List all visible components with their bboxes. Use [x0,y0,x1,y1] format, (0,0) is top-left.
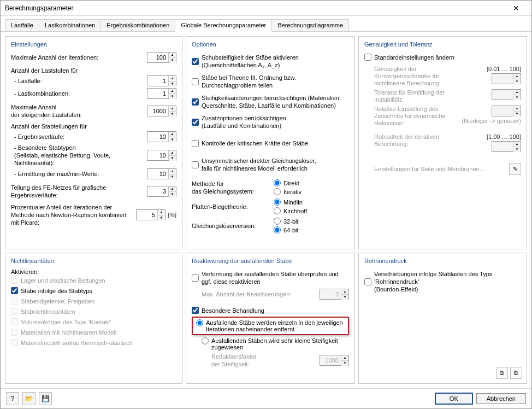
panel-title-tolerance: Genauigkeit und Toleranz [364,41,521,48]
save-icon: 💾 [42,395,50,402]
help-button[interactable]: ? [6,392,19,405]
label-maxmin: Ermittlung der max/min-Werte: [11,171,147,177]
panel-title-einstellungen: Einstellungen [11,41,176,48]
window-title: Berechnungsparameter [5,4,73,12]
tab-berechnungsdiagramme[interactable]: Berechnungsdiagramme [271,19,349,31]
copy-params-button[interactable]: ⧉ [496,367,508,379]
content-area: Einstellungen Maximale Anzahl der Iterat… [1,32,531,388]
spinner-max-react: ▲▼ [320,289,349,300]
label-max-rising: Maximale Anzahl der steigenden Laststufe… [11,103,147,119]
radio-solver-32[interactable]: 32-bit [274,218,299,225]
spinner-relaxation: ▲▼ [492,106,521,116]
radio-small-stiffness[interactable]: Ausfallenden Stäben wird sehr kleine Ste… [202,337,338,350]
radio-remove-individually[interactable]: Ausfallende Stäbe werden einzeln in den … [196,319,343,332]
label-res-courses: Ergebnisverläufe: [11,133,147,140]
spinner-max-rising[interactable]: ▲▼ [147,106,176,116]
chk-end-hinges: Stabendgelenke, Freigaben [11,297,94,305]
ok-button[interactable]: OK [435,393,473,405]
panel-tolerance: Genauigkeit und Toleranz Standardeinstel… [358,36,527,249]
tab-lastkombinationen[interactable]: Lastkombinationen [39,19,101,31]
cancel-button[interactable]: Abbrechen [476,393,526,404]
chk-member-nl: Stabnichtlinearitäten [11,308,75,315]
label-solver-version: Gleichungslöserversion: [192,223,268,229]
tab-ergebniskombinationen[interactable]: Ergebniskombinationen [101,19,175,31]
spinner-max-iter[interactable]: ▲▼ [147,52,176,63]
chk-theory-3[interactable]: Stäbe bei Theorie III. Ordnung bzw. Durc… [192,74,296,89]
label-load-combos: Lastkombinationen: [11,90,147,97]
chk-critical-forces[interactable]: Kontrolle der kritischen Kräfte der Stäb… [192,139,308,147]
spinner-load-combos[interactable]: ▲▼ [147,88,176,99]
panel-optionen: Optionen Schubsteifigkeit der Stäbe akti… [186,36,355,249]
panel-einstellungen: Einstellungen Maximale Anzahl der Iterat… [5,36,182,249]
chk-unsym-solver[interactable]: Unsymmetrischer direkter Gleichungslöser… [192,157,316,172]
radio-method-direct[interactable]: Direkt [274,179,302,186]
label-eq-method: Methode für das Gleichungssystem: [192,180,268,195]
spinner-res-courses[interactable]: ▲▼ [147,131,176,142]
hint-relaxation: (Niedriger -> genauer) [462,118,521,124]
spinner-load-cases[interactable]: ▲▼ [147,75,176,86]
panel-nonlinearities: Nichtlinearitäten Aktivieren: Lager und … [5,253,182,384]
hint-robust-range: [1.00 … 100] [487,133,521,140]
panel-title-pipe: Rohrinnendruck [364,258,521,264]
chk-stiffness-changes[interactable]: Steifigkeitsänderungen berücksichtigen (… [192,94,341,109]
chk-thermal: Materialmodell isotrop thermisch-elastis… [11,339,133,346]
label-divisions: Anzahl der Stabteilungen für [11,123,176,130]
label-fe-mesh: Teilung des FE-Netzes für grafische Erge… [11,184,147,199]
label-max-iter: Maximale Anzahl der Iterationen: [11,54,147,61]
dialog-window: Berechnungsparameter ✕ Lastfälle Lastkom… [0,0,532,409]
label-picard: Prozentualer Anteil der Iterationen der … [11,203,136,226]
label-reduction: Reduktionsfaktor der Steifigkeit: [211,353,320,368]
radio-plate-kirchhoff[interactable]: Kirchhoff [274,207,307,214]
chk-std-settings-change[interactable]: Standardeinstellungen ändern [364,54,454,61]
chk-materials-nl: Materialien mit nichtlinearem Modell [11,329,116,336]
panel-title-reactivation: Reaktivierung der ausfallenden Stäbe [192,258,349,264]
unit-picard: [%] [168,212,176,218]
bottom-bar: ? 📂 💾 OK Abbrechen [1,388,531,408]
hint-conv-range: [0.01 … 100] [487,66,521,72]
label-convergence: Genauigkeit der Konvergenzschranke für n… [374,66,482,87]
copy-icon: ⧉ [500,370,504,377]
radio-plate-mindlin[interactable]: Mindlin [274,198,307,206]
chk-check-deformation[interactable]: Verformung der ausfallenden Stäbe überpr… [192,270,339,285]
label-load-cases: Lastfälle: [11,78,147,84]
spinner-fe-mesh[interactable]: ▲▼ [147,186,176,197]
chk-solids: Volumenkörper des Typs 'Kontakt' [11,318,111,325]
radio-solver-64[interactable]: 64-bit [274,226,299,233]
paste-icon: ⧉ [514,370,518,377]
spinner-instability: ▲▼ [492,89,521,100]
spinner-convergence: ▲▼ [492,73,521,84]
paste-params-button[interactable]: ⧉ [510,367,522,379]
panel-title-nonlin: Nichtlinearitäten [11,258,176,264]
chk-extra-options[interactable]: Zusatzoptionen berücksichtigen (Lastfäll… [192,114,286,130]
edit-icon: ✎ [513,166,518,173]
open-button[interactable]: 📂 [22,392,36,405]
label-max-react: Max. Anzahl der Reaktivierungen: [202,291,320,297]
chk-shear-stiffness[interactable]: Schubsteifigkeit der Stäbe aktivieren (Q… [192,54,299,69]
spinner-special-types[interactable]: ▲▼ [147,150,176,161]
panel-pipe-pressure: Rohrinnendruck Verschiebungen infolge St… [358,253,527,384]
label-relaxation: Relative Einstellung des Zeitschritts fü… [374,106,457,127]
close-button[interactable]: ✕ [505,3,527,14]
label-robustness: Robustheit der iterativen Berechnung: [374,133,482,148]
label-cable-settings: Einstellungen für Seile und Membranen... [374,166,509,172]
radio-method-iterative[interactable]: Iterativ [274,188,302,195]
label-instability: Toleranz für Ermittlung der Instabilität… [374,89,487,103]
tab-globale-berechnungsparameter[interactable]: Globale Berechnungsparameter [175,19,272,32]
chk-special-treatment[interactable]: Besondere Behandlung [192,307,264,314]
spinner-robustness: ▲▼ [492,141,521,152]
spinner-maxmin[interactable]: ▲▼ [147,168,176,179]
tab-bar: Lastfälle Lastkombinationen Ergebniskomb… [1,16,531,32]
panel-title-optionen: Optionen [192,41,349,48]
tab-lastfaelle[interactable]: Lastfälle [5,19,39,31]
titlebar: Berechnungsparameter ✕ [1,1,531,16]
spinner-reduction: ▲▼ [320,355,349,366]
spinner-picard[interactable]: ▲▼ [136,209,165,220]
chk-bearings: Lager und elastische Bettungen [11,277,105,284]
cable-settings-button[interactable]: ✎ [509,163,521,175]
chk-member-type[interactable]: Stäbe infolge des Stabtyps [11,287,92,294]
chk-pipe-displacements[interactable]: Verschiebungen infolge Stablasten des Ty… [364,270,521,293]
label-activate: Aktivieren: [11,268,176,275]
folder-icon: 📂 [25,395,33,402]
save-button[interactable]: 💾 [39,392,52,405]
highlight-remove-option: Ausfallende Stäbe werden einzeln in den … [192,317,349,335]
